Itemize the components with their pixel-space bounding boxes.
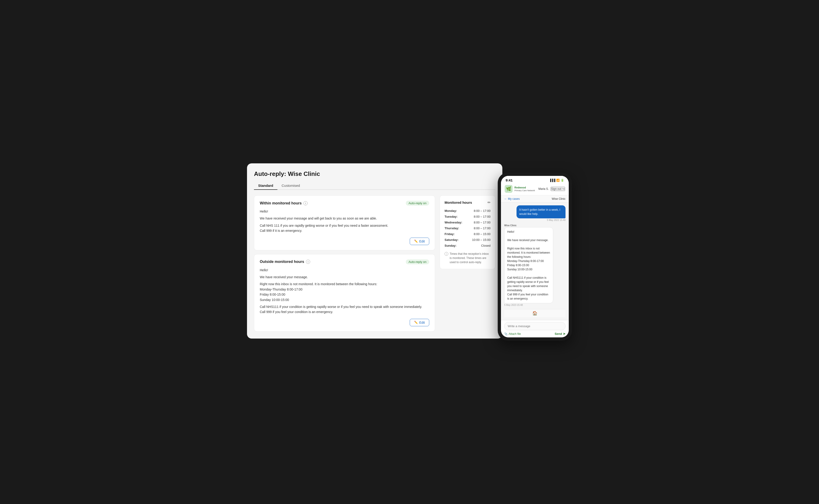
hours-panel: Monitored hours ✏ Monday: 8:00 – 17:00 T… <box>440 195 496 269</box>
logo-sub: Primary Care Network <box>515 189 535 192</box>
home-icon[interactable]: 🏠 <box>532 311 538 316</box>
outside-hours-body: Hello! We have received your message. Ri… <box>260 268 429 315</box>
within-hours-line-3: Call NHS 111 if you are rapidly getting … <box>260 223 429 233</box>
hours-row-friday: Friday: 8:00 – 15:00 <box>445 231 491 237</box>
within-hours-edit-label: Edit <box>419 239 425 243</box>
chat-clinic-name: Wise Clinic <box>552 197 566 200</box>
hours-note-text: Times that the reception's inbox is moni… <box>450 252 491 264</box>
within-hours-line-2: We have received your message and will g… <box>260 216 429 221</box>
within-hours-title: Within monitored hours i <box>260 201 307 205</box>
outside-hours-line-3: Right now this inbox is not monitored. I… <box>260 281 429 302</box>
send-button[interactable]: Send ➤ <box>555 332 566 336</box>
outside-hours-info-icon[interactable]: i <box>306 260 310 264</box>
time-thursday: 8:00 – 17:00 <box>474 226 491 230</box>
attach-file-button[interactable]: 📎 Attach file <box>504 332 521 336</box>
edit-pencil-icon: ✏️ <box>414 239 418 243</box>
page-wrapper: Auto-reply: Wise Clinic Standard Customi… <box>247 163 572 341</box>
day-saturday: Saturday: <box>445 238 459 242</box>
chat-messages: It hasn't gotten better in a week, I wou… <box>501 203 569 320</box>
hours-panel-header: Monitored hours ✏ <box>445 200 491 205</box>
hours-note-icon: i <box>445 252 448 256</box>
status-icons: ▐▐▐ 📶 🔋 <box>549 179 564 182</box>
status-bar: 9:41 ▐▐▐ 📶 🔋 <box>501 176 569 183</box>
back-arrow-icon: ← <box>504 197 507 200</box>
battery-icon: 🔋 <box>561 179 564 182</box>
received-message-group: Wise Clinic Hello! We have received your… <box>504 224 566 307</box>
within-hours-line-1: Hello! <box>260 209 429 214</box>
send-label: Send <box>555 332 562 336</box>
outside-hours-line-1: Hello! <box>260 268 429 273</box>
outside-hours-edit-button[interactable]: ✏️ Edit <box>410 319 429 326</box>
phone-mockup: 9:41 ▐▐▐ 📶 🔋 🌿 Redwood Primary Care Netw… <box>498 173 572 341</box>
hours-table: Monday: 8:00 – 17:00 Tuesday: 8:00 – 17:… <box>445 208 491 249</box>
attach-label: Attach file <box>509 332 521 336</box>
within-hours-title-text: Within monitored hours <box>260 201 301 205</box>
back-button[interactable]: ← My cases <box>504 197 520 200</box>
edit-pencil-icon-2: ✏️ <box>414 321 418 324</box>
logo-icon: 🌿 <box>505 185 513 193</box>
within-hours-card: Within monitored hours i Auto-reply on H… <box>254 195 435 250</box>
hours-row-tuesday: Tuesday: 8:00 – 17:00 <box>445 214 491 220</box>
hours-note: i Times that the reception's inbox is mo… <box>445 252 491 264</box>
outside-hours-line-4: Call NHS111 if your condition is getting… <box>260 304 429 315</box>
page-title: Auto-reply: Wise Clinic <box>254 170 496 178</box>
within-hours-footer: ✏️ Edit <box>260 238 429 245</box>
phone-screen: 9:41 ▐▐▐ 📶 🔋 🌿 Redwood Primary Care Netw… <box>501 176 569 337</box>
sign-out-icon: ↪ <box>562 187 565 191</box>
tabs-bar: Standard Customised <box>254 182 496 190</box>
outside-hours-edit-label: Edit <box>419 321 425 324</box>
day-monday: Monday: <box>445 209 457 213</box>
left-panel: Within monitored hours i Auto-reply on H… <box>254 195 435 332</box>
outside-hours-line-2: We have received your message. <box>260 275 429 280</box>
time-saturday: 10:00 – 15:00 <box>472 238 491 242</box>
sent-message-time: 5 May 2022 15:48 <box>547 219 566 221</box>
sent-message-text: It hasn't gotten better in a week, I wou… <box>519 208 560 216</box>
wifi-icon: 📶 <box>556 179 560 182</box>
hours-row-thursday: Thursday: 8:00 – 17:00 <box>445 225 491 231</box>
sign-out-button[interactable]: Sign out ↪ <box>551 187 565 191</box>
desktop-card: Auto-reply: Wise Clinic Standard Customi… <box>247 163 502 339</box>
app-header: 🌿 Redwood Primary Care Network Maria S. … <box>501 183 569 195</box>
status-time: 9:41 <box>506 178 513 182</box>
back-label: My cases <box>508 197 520 200</box>
logo-name: Redwood <box>515 186 535 189</box>
within-hours-info-icon[interactable]: i <box>303 201 307 205</box>
tab-customised[interactable]: Customised <box>277 182 304 190</box>
within-hours-badge: Auto-reply on <box>406 201 429 206</box>
hours-row-saturday: Saturday: 10:00 – 15:00 <box>445 237 491 243</box>
home-icon-area: 🏠 <box>504 309 566 317</box>
right-panel: Monitored hours ✏ Monday: 8:00 – 17:00 T… <box>440 195 496 332</box>
tab-standard[interactable]: Standard <box>254 182 277 190</box>
day-wednesday: Wednesday: <box>445 221 462 224</box>
logo-text-block: Redwood Primary Care Network <box>515 186 535 191</box>
outside-hours-header: Outside monitored hours i Auto-reply on <box>260 259 429 264</box>
sent-message-bubble: It hasn't gotten better in a week, I wou… <box>517 205 566 218</box>
received-message-bubble: Hello! We have received your message. Ri… <box>504 227 553 303</box>
chat-input-area: 📎 Attach file Send ➤ <box>501 320 569 337</box>
time-monday: 8:00 – 17:00 <box>474 209 491 213</box>
time-tuesday: 8:00 – 17:00 <box>474 215 491 218</box>
chat-actions: 📎 Attach file Send ➤ <box>504 332 566 336</box>
day-tuesday: Tuesday: <box>445 215 458 218</box>
within-hours-edit-button[interactable]: ✏️ Edit <box>410 238 429 245</box>
hours-edit-icon[interactable]: ✏ <box>488 200 491 205</box>
outside-hours-card: Outside monitored hours i Auto-reply on … <box>254 254 435 332</box>
chat-nav: ← My cases Wise Clinic <box>501 195 569 203</box>
time-sunday: Closed <box>481 244 491 247</box>
hours-panel-title: Monitored hours <box>445 200 472 204</box>
within-hours-header: Within monitored hours i Auto-reply on <box>260 201 429 206</box>
time-friday: 8:00 – 15:00 <box>474 232 491 236</box>
send-arrow-icon: ➤ <box>563 332 566 336</box>
paperclip-icon: 📎 <box>504 332 508 336</box>
hours-row-monday: Monday: 8:00 – 17:00 <box>445 208 491 214</box>
hours-row-sunday: Sunday: Closed <box>445 243 491 249</box>
message-input[interactable] <box>504 322 566 330</box>
sent-message-group: It hasn't gotten better in a week, I wou… <box>504 205 566 222</box>
time-wednesday: 8:00 – 17:00 <box>474 221 491 224</box>
outside-hours-title-text: Outside monitored hours <box>260 260 304 264</box>
outside-hours-title: Outside monitored hours i <box>260 260 310 264</box>
user-name: Maria S. <box>538 187 549 191</box>
day-friday: Friday: <box>445 232 455 236</box>
day-thursday: Thursday: <box>445 226 459 230</box>
day-sunday: Sunday: <box>445 244 457 247</box>
